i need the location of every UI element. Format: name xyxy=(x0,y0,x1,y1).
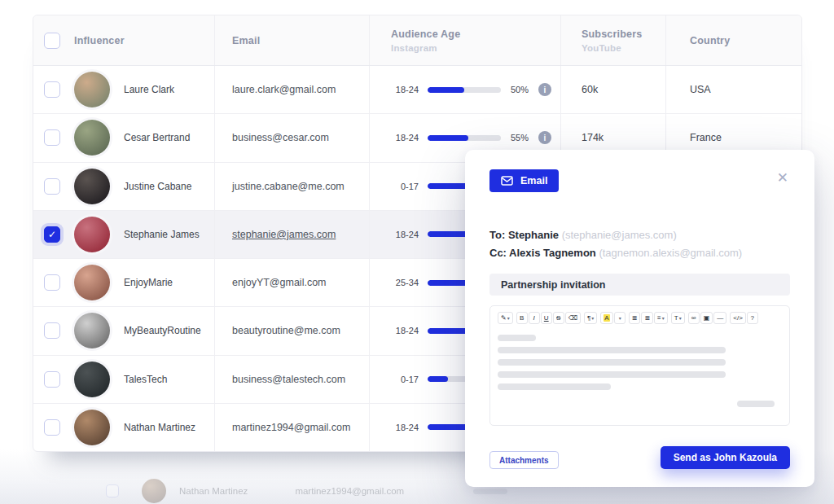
country-label: USA xyxy=(690,84,711,95)
influencer-email[interactable]: martinez1994@gmail.com xyxy=(232,422,350,433)
avatar xyxy=(74,362,110,397)
close-icon[interactable]: ✕ xyxy=(777,171,788,185)
table-row[interactable]: ✓ Laure Clark laure.clark@gmail.com 18-2… xyxy=(33,66,801,114)
avatar xyxy=(74,217,110,252)
row-checkbox[interactable]: ✓ xyxy=(44,226,60,243)
toolbar-image-icon[interactable]: ▣ xyxy=(700,312,713,324)
ghost-name: Nathan Martinez xyxy=(179,486,248,496)
influencer-email[interactable]: stephanie@james.com xyxy=(232,229,336,240)
age-range-label: 0-17 xyxy=(391,182,419,191)
row-checkbox[interactable]: ✓ xyxy=(44,178,60,195)
recipients-block: To: Stephanie (stephanie@james.com) Cc: … xyxy=(489,226,790,262)
subscriber-count: 174k xyxy=(582,132,604,143)
avatar xyxy=(74,265,110,300)
email-compose-modal: Email ✕ To: Stephanie (stephanie@james.c… xyxy=(465,150,814,487)
column-header-country: Country xyxy=(690,35,730,46)
influencer-email[interactable]: beautyroutine@me.com xyxy=(232,325,340,336)
row-checkbox[interactable]: ✓ xyxy=(44,371,60,388)
country-label: France xyxy=(690,132,722,143)
email-tab-button[interactable]: Email xyxy=(489,169,559,192)
age-range-label: 0-17 xyxy=(391,375,419,384)
age-progress-bar xyxy=(428,135,501,141)
age-progress-fill xyxy=(428,87,464,93)
toolbar-clear-format-icon[interactable]: ⌫ xyxy=(565,312,581,324)
info-icon[interactable]: i xyxy=(538,131,551,144)
info-icon[interactable]: i xyxy=(538,83,551,96)
editor-placeholder-line xyxy=(498,371,726,378)
influencer-name: Cesar Bertrand xyxy=(124,132,190,143)
subject-field[interactable]: Partnership invitation xyxy=(489,274,790,296)
ghost-avatar xyxy=(142,479,166,503)
age-range-label: 18-24 xyxy=(391,326,419,335)
toolbar-code-view-icon[interactable]: </> xyxy=(730,312,746,324)
envelope-icon xyxy=(501,176,513,186)
influencer-name: Justine Cabane xyxy=(124,181,191,192)
influencer-email[interactable]: business@talestech.com xyxy=(232,374,345,385)
age-range-label: 18-24 xyxy=(391,85,419,94)
toolbar-align-icon[interactable]: ≡▾ xyxy=(654,312,668,324)
ghost-checkbox xyxy=(106,484,119,497)
attachments-button[interactable]: Attachments xyxy=(489,451,559,469)
editor-placeholder-line xyxy=(498,335,536,341)
cc-line[interactable]: Cc: Alexis Tagnemon (tagnemon.alexis@gma… xyxy=(489,244,790,262)
toolbar-paragraph-style-icon[interactable]: ¶▾ xyxy=(584,312,597,324)
to-line[interactable]: To: Stephanie (stephanie@james.com) xyxy=(489,226,790,244)
column-header-subscribers: Subscribers xyxy=(582,28,642,40)
influencer-email[interactable]: enjoyYT@gmail.com xyxy=(232,277,327,288)
influencer-name: Laure Clark xyxy=(124,84,174,95)
row-checkbox[interactable]: ✓ xyxy=(44,81,60,98)
toolbar-strikethrough-icon[interactable]: S xyxy=(553,312,564,324)
page: Nathan Martinez martinez1994@gmail.com I… xyxy=(0,0,834,504)
to-email: (stephanie@james.com) xyxy=(562,229,677,241)
age-percentage: 50% xyxy=(511,85,533,94)
row-checkbox[interactable]: ✓ xyxy=(44,129,60,146)
column-subheader-youtube: YouTube xyxy=(582,43,642,53)
modal-footer: Attachments Send as John Kazoula xyxy=(489,446,790,469)
toolbar-link-icon[interactable]: ∞ xyxy=(688,312,700,324)
influencer-email[interactable]: business@cesar.com xyxy=(232,132,329,143)
ghost-email: martinez1994@gmail.com xyxy=(295,486,404,496)
toolbar-italic-icon[interactable]: I xyxy=(529,312,540,324)
toolbar-highlight-color-icon[interactable]: A xyxy=(600,312,612,324)
toolbar-underline-icon[interactable]: U xyxy=(541,312,552,324)
avatar xyxy=(74,169,110,204)
avatar xyxy=(74,120,110,156)
toolbar-text-size-icon[interactable]: T▾ xyxy=(671,312,685,324)
toolbar-bold-icon[interactable]: B xyxy=(516,312,528,324)
subscriber-count: 60k xyxy=(582,84,598,95)
age-progress-fill xyxy=(428,135,468,141)
ghost-bar xyxy=(473,489,507,494)
email-body-editor[interactable]: ✎▾BIUS⌫¶▾A▾≣≣≡▾T▾∞▣—</>? xyxy=(489,305,790,426)
row-checkbox[interactable]: ✓ xyxy=(44,419,60,436)
select-all-checkbox[interactable] xyxy=(44,33,60,49)
toolbar-style-icon[interactable]: ✎▾ xyxy=(498,312,513,324)
influencer-email[interactable]: laure.clark@gmail.com xyxy=(232,84,336,95)
editor-placeholder-line xyxy=(498,383,611,390)
editor-placeholder-line xyxy=(498,347,726,353)
toolbar-help-icon[interactable]: ? xyxy=(747,312,758,324)
age-percentage: 55% xyxy=(511,133,533,142)
cc-email: (tagnemon.alexis@gmail.com) xyxy=(599,247,742,259)
toolbar-unordered-list-icon[interactable]: ≣ xyxy=(629,312,641,324)
age-progress-fill xyxy=(428,376,448,382)
influencer-email[interactable]: justine.cabane@me.com xyxy=(232,181,345,192)
editor-toolbar: ✎▾BIUS⌫¶▾A▾≣≣≡▾T▾∞▣—</>? xyxy=(498,312,782,324)
age-progress-bar xyxy=(428,87,501,93)
row-checkbox[interactable]: ✓ xyxy=(44,274,60,291)
row-checkbox[interactable]: ✓ xyxy=(44,322,60,339)
avatar xyxy=(74,72,110,107)
age-range-label: 18-24 xyxy=(391,230,419,239)
avatar xyxy=(74,313,110,348)
column-header-influencer: Influencer xyxy=(74,35,125,46)
influencer-name: EnjoyMarie xyxy=(124,277,173,288)
editor-placeholder-signature xyxy=(737,401,775,407)
age-range-label: 18-24 xyxy=(391,133,419,142)
toolbar-color-picker-icon[interactable]: ▾ xyxy=(614,312,626,324)
email-tab-label: Email xyxy=(520,175,547,186)
column-subheader-instagram: Instagram xyxy=(391,43,460,53)
toolbar-horizontal-rule-icon[interactable]: — xyxy=(713,312,726,324)
table-header: Influencer Email Audience Age Instagram … xyxy=(33,15,801,66)
send-button[interactable]: Send as John Kazoula xyxy=(661,446,790,469)
toolbar-ordered-list-icon[interactable]: ≣ xyxy=(641,312,653,324)
influencer-name: Stephanie James xyxy=(124,229,200,240)
